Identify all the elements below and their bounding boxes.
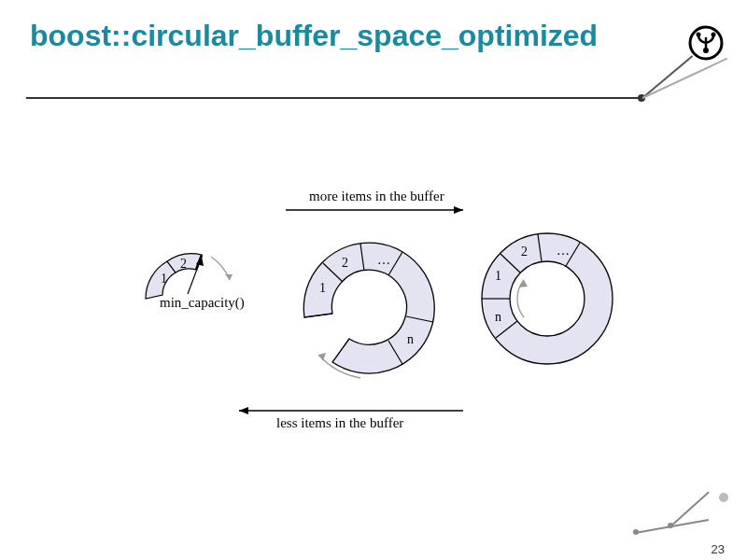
page-number: 23 bbox=[712, 543, 725, 556]
footer-deco-dot-a bbox=[633, 529, 639, 535]
page-title: boost::circular_buffer_space_optimized bbox=[30, 19, 627, 53]
right-ring: 1 2 … n bbox=[482, 233, 613, 364]
more-items-label: more items in the buffer bbox=[309, 189, 444, 204]
svg-point-3 bbox=[712, 33, 716, 37]
svg-marker-7 bbox=[239, 407, 248, 414]
min-capacity-label: min_capacity() bbox=[160, 295, 245, 311]
footer-deco-dot-b bbox=[668, 523, 673, 528]
svg-text:n: n bbox=[495, 310, 501, 324]
svg-text:1: 1 bbox=[495, 269, 501, 283]
left-ring: 1 2 bbox=[146, 254, 233, 299]
svg-marker-5 bbox=[454, 206, 463, 214]
svg-point-2 bbox=[697, 33, 701, 37]
svg-text:2: 2 bbox=[180, 257, 187, 271]
footer-deco-dot-c bbox=[719, 493, 728, 502]
svg-text:…: … bbox=[557, 244, 570, 258]
svg-text:1: 1 bbox=[161, 272, 167, 286]
svg-text:…: … bbox=[377, 253, 390, 267]
svg-marker-24 bbox=[318, 353, 326, 361]
less-items-label: less items in the buffer bbox=[276, 415, 403, 431]
title-divider bbox=[26, 97, 642, 99]
svg-text:1: 1 bbox=[319, 281, 326, 295]
svg-point-26 bbox=[510, 261, 585, 336]
svg-text:n: n bbox=[407, 332, 414, 346]
svg-text:2: 2 bbox=[521, 245, 528, 259]
bottom-arrow-less bbox=[239, 407, 463, 414]
top-arrow-more bbox=[286, 206, 463, 214]
circular-buffer-diagram: 1 2 1 2 … n bbox=[136, 187, 639, 439]
branch-logo-icon bbox=[687, 24, 725, 65]
middle-ring: 1 2 … n bbox=[303, 243, 434, 378]
svg-text:2: 2 bbox=[342, 256, 348, 270]
